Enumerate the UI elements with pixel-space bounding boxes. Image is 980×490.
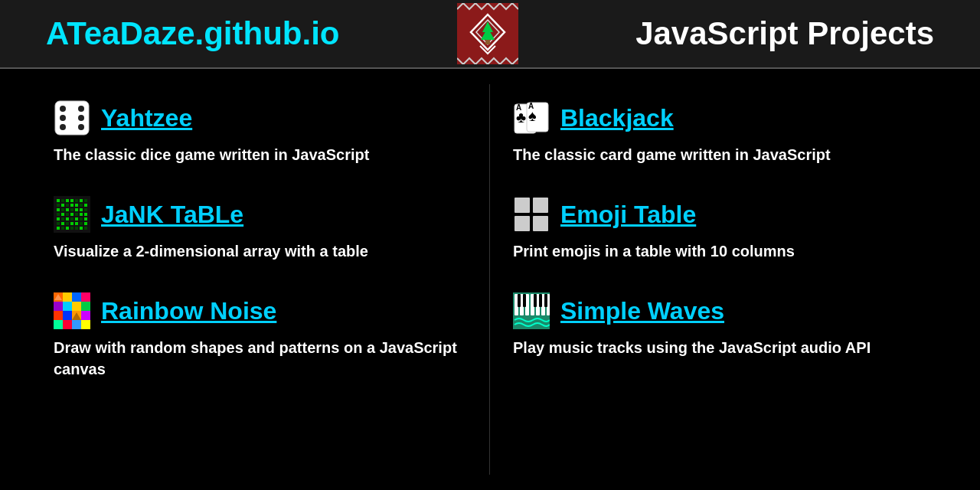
svg-rect-21 (57, 204, 60, 207)
svg-rect-20 (84, 199, 87, 202)
svg-rect-62 (84, 227, 87, 230)
svg-rect-72 (54, 311, 63, 320)
jank-table-title[interactable]: JaNK TaBLe (101, 201, 243, 229)
svg-rect-56 (57, 227, 60, 230)
simple-waves-icon (513, 292, 550, 329)
svg-rect-40 (80, 213, 83, 216)
svg-text:A: A (516, 103, 521, 112)
svg-point-9 (60, 124, 66, 130)
svg-rect-22 (61, 204, 64, 207)
svg-rect-66 (72, 292, 81, 302)
svg-text:A: A (528, 102, 534, 110)
project-jank-table: JaNK TaBLe Visualize a 2-dimensional arr… (31, 181, 489, 277)
svg-rect-50 (61, 222, 64, 225)
emoji-table-icon (513, 196, 550, 233)
svg-rect-77 (63, 320, 72, 329)
svg-rect-30 (66, 208, 69, 211)
svg-rect-46 (75, 217, 78, 220)
svg-rect-33 (80, 208, 83, 211)
svg-rect-35 (57, 213, 60, 216)
svg-rect-65 (63, 292, 72, 302)
simple-waves-desc: Play music tracks using the JavaScript a… (513, 337, 926, 358)
svg-rect-69 (63, 302, 72, 311)
svg-rect-104 (544, 294, 547, 307)
svg-rect-26 (80, 204, 83, 207)
site-logo (457, 3, 518, 64)
project-blackjack: ♠ ♣ A A Blackjack The classic card game … (490, 84, 949, 181)
svg-rect-91 (533, 216, 548, 231)
svg-rect-39 (75, 213, 78, 216)
simple-waves-header: Simple Waves (513, 292, 926, 329)
svg-rect-38 (70, 213, 74, 216)
project-simple-waves: Simple Waves Play music tracks using the… (490, 277, 949, 374)
svg-rect-55 (84, 222, 87, 225)
svg-point-10 (78, 124, 84, 130)
svg-rect-79 (81, 320, 90, 329)
svg-rect-57 (61, 227, 64, 230)
emoji-table-desc: Print emojis in a table with 10 columns (513, 240, 926, 262)
project-yahtzee: Yahtzee The classic dice game written in… (31, 84, 489, 181)
dice-icon (54, 100, 90, 136)
svg-rect-70 (72, 302, 81, 311)
project-rainbow-noise: Rainbow Noise Draw with random shapes an… (31, 277, 489, 395)
svg-rect-103 (539, 294, 542, 307)
svg-rect-23 (66, 204, 69, 207)
svg-rect-28 (57, 208, 60, 211)
svg-rect-90 (514, 216, 530, 231)
project-emoji-table: Emoji Table Print emojis in a table with… (490, 181, 949, 277)
svg-rect-100 (518, 294, 521, 307)
svg-rect-48 (84, 217, 87, 220)
blackjack-title[interactable]: Blackjack (560, 104, 674, 132)
svg-rect-68 (54, 302, 63, 311)
svg-rect-24 (70, 204, 74, 207)
svg-rect-43 (61, 217, 64, 220)
yahtzee-header: Yahtzee (54, 100, 466, 136)
site-title[interactable]: ATeaDaze.github.io (46, 15, 339, 52)
rainbow-noise-icon (54, 292, 90, 329)
emoji-table-header: Emoji Table (513, 196, 926, 233)
cards-icon: ♠ ♣ A A (513, 100, 550, 136)
svg-rect-51 (66, 222, 69, 225)
svg-rect-5 (485, 40, 490, 44)
svg-rect-37 (66, 213, 69, 216)
svg-rect-89 (533, 198, 548, 213)
svg-rect-34 (84, 208, 87, 211)
blackjack-desc: The classic card game written in JavaScr… (513, 144, 926, 165)
svg-rect-49 (57, 222, 60, 225)
svg-rect-71 (81, 302, 90, 311)
svg-rect-101 (523, 294, 526, 307)
svg-rect-41 (84, 213, 87, 216)
svg-rect-73 (63, 311, 72, 320)
svg-rect-75 (81, 311, 90, 320)
svg-rect-45 (70, 217, 74, 220)
emoji-table-title[interactable]: Emoji Table (560, 201, 696, 229)
svg-rect-36 (61, 213, 64, 216)
svg-rect-44 (66, 217, 69, 220)
rainbow-noise-title[interactable]: Rainbow Noise (101, 297, 276, 325)
svg-point-12 (78, 115, 84, 121)
svg-rect-78 (72, 320, 81, 329)
simple-waves-title[interactable]: Simple Waves (560, 297, 724, 325)
yahtzee-title[interactable]: Yahtzee (101, 104, 192, 132)
svg-rect-25 (75, 204, 78, 207)
svg-point-8 (78, 106, 84, 112)
svg-rect-31 (70, 208, 74, 211)
rainbow-noise-desc: Draw with random shapes and patterns on … (54, 337, 466, 380)
svg-rect-29 (61, 208, 64, 211)
svg-rect-18 (75, 199, 78, 202)
header: ATeaDaze.github.io JavaScript Projects (0, 0, 980, 69)
projects-grid: Yahtzee The classic dice game written in… (0, 69, 980, 490)
svg-rect-58 (66, 227, 69, 230)
svg-rect-61 (80, 227, 83, 230)
svg-rect-16 (66, 199, 69, 202)
page-title: JavaScript Projects (635, 15, 934, 52)
svg-rect-52 (70, 222, 74, 225)
svg-rect-27 (84, 204, 87, 207)
svg-rect-32 (75, 208, 78, 211)
blackjack-header: ♠ ♣ A A Blackjack (513, 100, 926, 136)
svg-rect-67 (81, 292, 90, 302)
svg-point-11 (60, 115, 66, 121)
jank-table-desc: Visualize a 2-dimensional array with a t… (54, 240, 466, 262)
svg-rect-60 (75, 227, 78, 230)
svg-rect-14 (57, 199, 60, 202)
